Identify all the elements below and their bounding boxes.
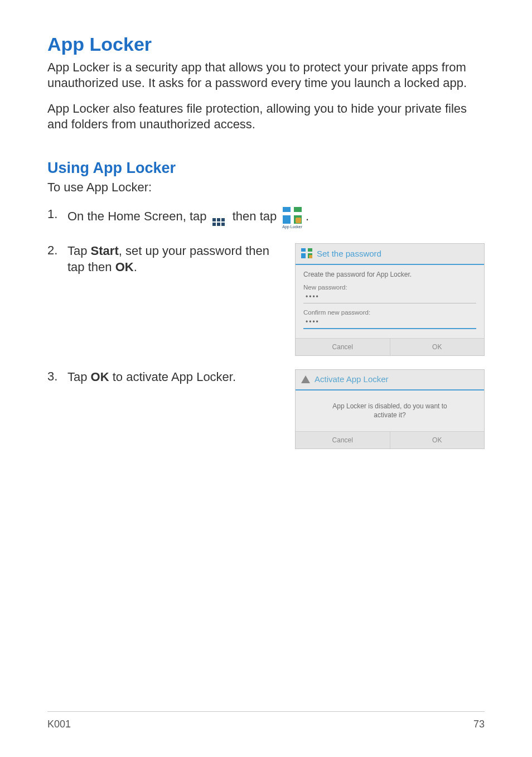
dialog2-message: App Locker is disabled, do you want to a… xyxy=(296,390,484,431)
step-3: Tap OK to activate App Locker. Activate … xyxy=(47,369,485,449)
app-locker-icon: App Locker xyxy=(282,207,302,230)
intro-paragraph-2: App Locker also features file protection… xyxy=(47,101,485,132)
dialog1-ok-button[interactable]: OK xyxy=(390,339,485,355)
step3-ok-bold: OK xyxy=(91,370,109,384)
step2-ok-bold: OK xyxy=(115,260,134,274)
app-locker-mini-icon xyxy=(301,248,312,258)
dialog2-cancel-button[interactable]: Cancel xyxy=(296,432,390,449)
step1-text-c: . xyxy=(306,209,309,223)
footer-page-number: 73 xyxy=(473,719,485,730)
app-locker-icon-caption: App Locker xyxy=(282,224,302,230)
step3-text-b: to activate App Locker. xyxy=(109,370,236,384)
section-heading: Using App Locker xyxy=(47,160,485,177)
dialog2-ok-button[interactable]: OK xyxy=(390,432,485,449)
dialog2-header: Activate App Locker xyxy=(296,370,484,390)
step3-text-a: Tap xyxy=(67,370,91,384)
page-footer: K001 73 xyxy=(47,711,485,730)
step2-start-bold: Start xyxy=(91,244,119,258)
page-title: App Locker xyxy=(47,33,485,55)
dialog1-instruction: Create the password for App Locker. xyxy=(303,271,476,278)
step2-text-a: Tap xyxy=(67,244,91,258)
confirm-password-field[interactable]: •••• xyxy=(303,317,476,329)
intro-paragraph-1: App Locker is a security app that allows… xyxy=(47,60,485,91)
apps-drawer-icon xyxy=(212,216,227,228)
step1-text-a: On the Home Screen, tap xyxy=(67,209,210,223)
section-lead: To use App Locker: xyxy=(47,180,485,195)
new-password-label: New password: xyxy=(303,284,476,291)
dialog1-cancel-button[interactable]: Cancel xyxy=(296,339,390,355)
step1-text-b: then tap xyxy=(233,209,280,223)
activate-dialog: Activate App Locker App Locker is disabl… xyxy=(295,369,485,449)
step-1: On the Home Screen, tap then tap App Loc… xyxy=(47,207,485,230)
new-password-field[interactable]: •••• xyxy=(303,292,476,303)
confirm-password-label: Confirm new password: xyxy=(303,309,476,316)
warning-icon xyxy=(301,375,310,383)
step-2: Tap Start, set up your password then tap… xyxy=(47,243,485,356)
dialog2-title: Activate App Locker xyxy=(315,374,389,384)
step2-text-c: . xyxy=(134,260,137,274)
dialog1-title: Set the password xyxy=(317,249,381,258)
dialog1-header: Set the password xyxy=(296,244,484,265)
footer-model: K001 xyxy=(47,719,71,730)
set-password-dialog: Set the password Create the password for… xyxy=(295,243,485,356)
